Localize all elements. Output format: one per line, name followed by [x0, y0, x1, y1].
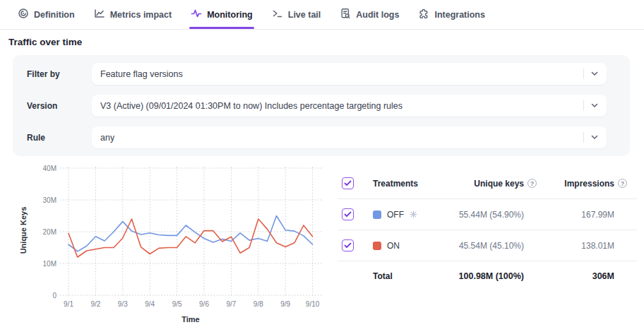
page-title: Traffic over time — [8, 37, 82, 47]
y-axis-label: Unique Keys — [19, 207, 28, 254]
x-axis-label: Time — [181, 315, 199, 324]
terminal-icon — [272, 8, 283, 21]
svg-text:40M: 40M — [43, 165, 56, 172]
chevron-down-icon — [591, 135, 598, 140]
puzzle-icon — [418, 8, 429, 21]
filter-by-select[interactable]: Feature flag versions — [92, 63, 607, 85]
total-unique-keys: 100.98M (100%) — [427, 271, 537, 281]
treatments-table: Treatments Unique keys ? Impressions ? O… — [338, 168, 637, 291]
treatments-column-header: Treatments — [373, 179, 427, 189]
unique-keys-value: 45.54M (45.10%) — [427, 241, 537, 251]
total-row: Total 100.98M (100%) 306M — [338, 261, 637, 291]
tab-integrations[interactable]: Integrations — [418, 0, 485, 29]
filter-by-value: Feature flag versions — [100, 69, 183, 79]
rule-label: Rule — [27, 133, 92, 143]
checkmark-icon — [344, 211, 352, 218]
line-chart-icon — [94, 8, 105, 21]
select-divider — [583, 132, 584, 143]
unique-keys-column-header: Unique keys ? — [427, 179, 537, 189]
svg-text:20M: 20M — [43, 228, 56, 236]
tab-label: Definition — [34, 10, 75, 20]
tab-monitoring[interactable]: Monitoring — [191, 0, 253, 29]
svg-text:0: 0 — [52, 292, 56, 300]
impressions-value: 167.99M — [537, 210, 627, 220]
tab-metrics-impact[interactable]: Metrics impact — [94, 0, 172, 29]
svg-text:9/1: 9/1 — [64, 300, 73, 308]
treatment-swatch-off — [373, 211, 381, 219]
tab-label: Audit logs — [356, 10, 399, 20]
filter-row-filter-by: Filter by Feature flag versions — [27, 63, 607, 85]
total-impressions: 306M — [537, 271, 627, 281]
chevron-down-icon — [591, 103, 598, 108]
select-all-checkbox[interactable] — [342, 177, 354, 189]
help-icon[interactable]: ? — [618, 179, 627, 188]
tab-label: Monitoring — [207, 10, 253, 20]
filter-by-label: Filter by — [27, 69, 92, 79]
table-header-row: Treatments Unique keys ? Impressions ? — [338, 168, 637, 199]
traffic-chart-svg: 9/19/29/39/49/59/69/79/89/99/10010M20M30… — [0, 160, 335, 332]
checkmark-icon — [344, 180, 352, 186]
total-label: Total — [373, 271, 427, 281]
version-value: V3 (Active) (09/01/2024 01:30PM to now) … — [100, 101, 402, 111]
unique-keys-value: 55.44M (54.90%) — [427, 210, 537, 220]
help-icon[interactable]: ? — [527, 179, 537, 188]
filter-row-rule: Rule any — [27, 126, 607, 148]
tab-audit-logs[interactable]: Audit logs — [340, 0, 399, 29]
svg-text:9/2: 9/2 — [90, 300, 100, 308]
row-checkbox-on[interactable] — [342, 239, 354, 251]
svg-text:9/10: 9/10 — [306, 300, 320, 308]
svg-text:9/5: 9/5 — [172, 300, 182, 308]
treatment-label: OFF — [387, 210, 404, 220]
snowflake-default-treatment-icon — [410, 211, 417, 218]
tab-label: Metrics impact — [110, 10, 172, 20]
filter-row-version: Version V3 (Active) (09/01/2024 01:30PM … — [27, 95, 607, 117]
rule-select[interactable]: any — [92, 126, 607, 148]
svg-text:9/9: 9/9 — [280, 300, 290, 308]
rule-value: any — [100, 133, 114, 143]
svg-text:9/6: 9/6 — [199, 300, 209, 308]
svg-text:10M: 10M — [43, 260, 56, 268]
version-label: Version — [27, 101, 92, 111]
treatment-row-on: ON 45.54M (45.10%) 138.01M — [338, 230, 637, 261]
chevron-down-icon — [591, 71, 598, 76]
tab-definition[interactable]: Definition — [18, 0, 75, 29]
tab-live-tail[interactable]: Live tail — [272, 0, 321, 29]
svg-text:9/7: 9/7 — [226, 300, 236, 308]
treatment-swatch-on — [373, 242, 381, 250]
monitoring-page: Definition Metrics impact Monitoring Liv… — [0, 0, 644, 332]
traffic-chart: Unique Keys 9/19/29/39/49/59/69/79/89/99… — [0, 160, 335, 332]
treatment-row-off: OFF 55.44M (54.90%) 167.99M — [338, 199, 637, 230]
svg-text:9/3: 9/3 — [118, 300, 128, 308]
checkmark-icon — [344, 242, 352, 249]
impressions-value: 138.01M — [537, 241, 627, 251]
filter-panel: Filter by Feature flag versions Version … — [13, 55, 630, 156]
select-divider — [583, 100, 584, 111]
row-checkbox-off[interactable] — [342, 208, 354, 220]
document-search-icon — [340, 8, 351, 21]
svg-text:30M: 30M — [43, 196, 56, 204]
svg-text:9/4: 9/4 — [145, 300, 155, 308]
tab-label: Integrations — [434, 10, 485, 20]
target-gauge-icon — [18, 8, 29, 21]
impressions-column-header: Impressions ? — [537, 179, 627, 189]
treatment-label: ON — [387, 241, 400, 251]
activity-pulse-icon — [191, 8, 202, 21]
tab-bar: Definition Metrics impact Monitoring Liv… — [0, 0, 644, 30]
svg-text:9/8: 9/8 — [254, 300, 263, 308]
tab-label: Live tail — [288, 10, 321, 20]
select-divider — [583, 69, 584, 79]
version-select[interactable]: V3 (Active) (09/01/2024 01:30PM to now) … — [92, 95, 607, 117]
